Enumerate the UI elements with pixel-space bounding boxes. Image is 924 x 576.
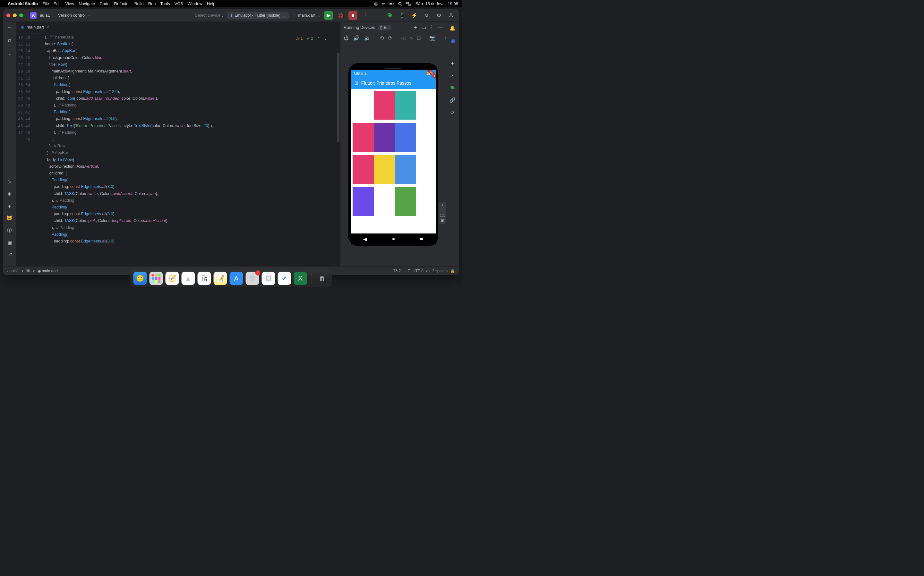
device-icon[interactable]: 📱 bbox=[398, 11, 407, 20]
file-encoding[interactable]: UTF-8 bbox=[413, 269, 423, 273]
project-badge[interactable]: A bbox=[30, 12, 37, 19]
project-tool-icon[interactable]: 🗀 bbox=[6, 24, 13, 32]
run-config[interactable]: ⟋ main.dart ⌄ bbox=[292, 13, 321, 18]
menu-help[interactable]: Help bbox=[207, 1, 216, 6]
menubar-date[interactable]: Sáb. 15 de fev. bbox=[415, 1, 444, 6]
menubar-app[interactable]: Android Studio bbox=[8, 1, 38, 6]
settings-icon[interactable]: ⚙ bbox=[434, 11, 444, 20]
select-device[interactable]: Select Device bbox=[195, 13, 224, 18]
home-icon[interactable]: ○ bbox=[410, 35, 413, 41]
dock-settings[interactable]: ⚙ 1 bbox=[246, 272, 259, 285]
phone-recents-icon[interactable]: ■ bbox=[420, 236, 423, 242]
breadcrumb-project[interactable]: ▫ aula1 bbox=[7, 269, 19, 273]
dock-excel[interactable]: X bbox=[294, 272, 307, 285]
overview-icon[interactable]: □ bbox=[417, 35, 421, 41]
flutter-tool-icon[interactable]: ⟋ bbox=[449, 121, 456, 128]
reload-icon[interactable]: ⟳ bbox=[449, 109, 456, 116]
ok-indicator[interactable]: ✔ 2 bbox=[307, 35, 313, 42]
dock-launchpad[interactable] bbox=[149, 272, 163, 285]
tools-icon[interactable]: ✂ bbox=[449, 72, 456, 80]
dock-todo[interactable]: ✔ bbox=[278, 272, 291, 285]
ai-star-icon[interactable]: ✦ bbox=[449, 60, 456, 67]
editor[interactable]: 19 20 21 22 23 24 25 26 27 28 29 30 31 3… bbox=[16, 34, 340, 266]
problems-tool-icon[interactable]: ⓘ bbox=[6, 226, 13, 234]
maximize-window-button[interactable] bbox=[19, 13, 23, 17]
minimize-panel-icon[interactable]: — bbox=[438, 25, 443, 30]
vcs-selector[interactable]: Version control bbox=[58, 13, 90, 18]
zoom-fit-icon[interactable]: ▣ bbox=[441, 218, 444, 222]
bug2-icon[interactable]: 🪲 bbox=[449, 84, 456, 92]
add-device-icon[interactable]: ＋ bbox=[413, 24, 418, 31]
target-device[interactable]: ▮ Emulador - Flutter (mobile) ⌄ bbox=[227, 12, 289, 19]
cursor-position[interactable]: 76:21 bbox=[393, 269, 403, 273]
account-icon[interactable] bbox=[447, 11, 456, 20]
editor-scrollbar[interactable] bbox=[337, 53, 339, 142]
phone-back-icon[interactable]: ◀ bbox=[363, 236, 367, 242]
notifications-icon[interactable]: 🔔 bbox=[449, 24, 456, 32]
warning-indicator[interactable]: ⚠ 1 bbox=[296, 35, 303, 42]
menu-edit[interactable]: Edit bbox=[54, 1, 61, 6]
git-tool-icon[interactable]: ⎇ bbox=[6, 251, 13, 259]
run-button[interactable]: ▶ bbox=[324, 11, 333, 20]
code-area[interactable]: ), // ThemeData home: Scaffold( appBar: … bbox=[36, 34, 340, 266]
menu-code[interactable]: Code bbox=[100, 1, 110, 6]
close-window-button[interactable] bbox=[6, 13, 10, 17]
menu-vcs[interactable]: VCS bbox=[175, 1, 183, 6]
search-icon[interactable] bbox=[422, 11, 431, 20]
stop-button[interactable]: ■ bbox=[348, 11, 357, 20]
debug-button[interactable]: 🐞 bbox=[336, 11, 345, 20]
phone-screen[interactable]: 7:08 ⚙ ▮ 📶 ▮ ✔⃝ Flutter: Primeiros Passo… bbox=[351, 70, 436, 234]
more-icon[interactable]: ⋮ bbox=[429, 24, 434, 30]
tab-main-dart[interactable]: ◉ main.dart × bbox=[16, 22, 54, 34]
menu-navigate[interactable]: Navigate bbox=[78, 1, 95, 6]
menu-build[interactable]: Build bbox=[135, 1, 144, 6]
phone-home-icon[interactable]: ● bbox=[392, 236, 395, 242]
power-icon[interactable]: ⏻ bbox=[344, 35, 349, 41]
attach-debugger-icon[interactable]: 🪲 bbox=[386, 11, 395, 20]
rotate-left-icon[interactable]: ⟲ bbox=[380, 35, 384, 41]
minimize-window-button[interactable] bbox=[13, 13, 17, 17]
more-tools-icon[interactable]: … bbox=[6, 49, 13, 56]
breadcrumb-folder[interactable]: lib bbox=[26, 269, 30, 273]
battery-icon[interactable] bbox=[389, 1, 394, 6]
readonly-icon[interactable]: ▭ bbox=[426, 269, 429, 273]
back-icon[interactable]: ◁ bbox=[401, 35, 405, 41]
menu-window[interactable]: Window bbox=[188, 1, 202, 6]
dock-safari[interactable]: 🧭 bbox=[165, 272, 179, 285]
inspection-indicators[interactable]: ⚠ 1 ✔ 2 ⌃ ⌄ bbox=[296, 35, 327, 42]
dock-trash[interactable]: 🗑 bbox=[315, 272, 329, 285]
flash-icon[interactable]: ⚡ bbox=[410, 11, 419, 20]
menubar-time[interactable]: 19:08 bbox=[448, 1, 458, 6]
volume-up-icon[interactable]: 🔊 bbox=[353, 35, 360, 41]
lock-icon[interactable]: 🔒 bbox=[450, 269, 455, 273]
menu-refactor[interactable]: Refactor bbox=[114, 1, 130, 6]
wifi-icon[interactable] bbox=[381, 1, 386, 6]
control-center-icon[interactable] bbox=[406, 1, 411, 6]
dock-androidstudio[interactable]: ▲ bbox=[182, 272, 195, 285]
dock-preview[interactable]: 🖼 bbox=[262, 272, 275, 285]
screenshot-icon[interactable]: 📷 bbox=[429, 35, 436, 41]
flutter-outline-icon[interactable]: ◈ bbox=[6, 190, 13, 198]
run-tool-icon[interactable]: ▷ bbox=[6, 178, 13, 186]
indent-setting[interactable]: 2 spaces bbox=[432, 269, 448, 273]
dock-calendar[interactable]: FEV 15 bbox=[198, 272, 211, 285]
zoom-ratio[interactable]: 1:1 bbox=[440, 213, 445, 217]
expand-down-icon[interactable]: ⌄ bbox=[324, 35, 327, 42]
terminal-tool-icon[interactable]: ▣ bbox=[6, 238, 13, 246]
link-icon[interactable]: 🔗 bbox=[449, 96, 456, 104]
dock-notes[interactable]: 📝 bbox=[214, 272, 227, 285]
zoom-out-icon[interactable]: − bbox=[442, 208, 444, 212]
rotate-right-icon[interactable]: ⟳ bbox=[388, 35, 392, 41]
close-tab-icon[interactable]: × bbox=[46, 25, 49, 29]
more-actions-icon[interactable]: ⋮ bbox=[360, 11, 370, 20]
zoom-in-icon[interactable]: + bbox=[442, 203, 444, 207]
breadcrumb-file[interactable]: ◉ main.dart bbox=[38, 269, 58, 273]
line-separator[interactable]: LF bbox=[405, 269, 410, 273]
volume-down-icon[interactable]: 🔉 bbox=[364, 35, 371, 41]
spotlight-icon[interactable] bbox=[397, 1, 403, 6]
menu-view[interactable]: View bbox=[65, 1, 74, 6]
menu-tools[interactable]: Tools bbox=[160, 1, 170, 6]
inspector-tool-icon[interactable]: ♦ bbox=[6, 202, 13, 210]
expand-up-icon[interactable]: ⌃ bbox=[317, 35, 320, 42]
window-mode-icon[interactable]: ▭ bbox=[421, 24, 426, 30]
